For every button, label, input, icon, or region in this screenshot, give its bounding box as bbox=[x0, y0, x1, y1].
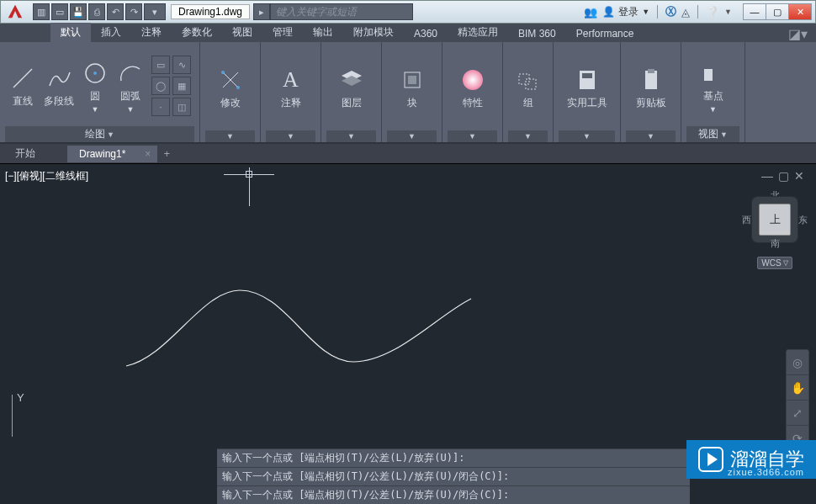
draw-small-tools: ▭ ∿ ◯ ▦ · ◫ bbox=[151, 56, 191, 116]
wcs-button[interactable]: WCS▽ bbox=[757, 257, 792, 269]
tool-text[interactable]: A注释 bbox=[277, 66, 305, 110]
panel-block: 块 ▼ bbox=[382, 42, 442, 142]
tool-rect-icon[interactable]: ▭ bbox=[151, 56, 170, 74]
tool-layers[interactable]: 图层 bbox=[337, 66, 366, 110]
qat-saveas-icon[interactable]: ⎙ bbox=[88, 3, 105, 20]
nav-pan-icon[interactable]: ✋ bbox=[787, 375, 808, 401]
tab-insert[interactable]: 插入 bbox=[91, 23, 131, 42]
file-tab-start[interactable]: 开始 bbox=[3, 144, 67, 163]
tool-hatch-icon[interactable]: ▦ bbox=[172, 77, 191, 95]
tab-a360[interactable]: A360 bbox=[404, 25, 448, 42]
tool-group[interactable]: 组 bbox=[514, 66, 543, 110]
a360-icon[interactable]: ◬ bbox=[681, 6, 690, 19]
nav-wheel-icon[interactable]: ◎ bbox=[787, 350, 808, 375]
tab-view[interactable]: 视图 bbox=[222, 23, 262, 42]
tool-ellipse-icon[interactable]: ◯ bbox=[151, 77, 170, 95]
panel-properties-dd[interactable]: ▼ bbox=[448, 130, 497, 142]
tab-bim360[interactable]: BIM 360 bbox=[508, 25, 566, 42]
svg-line-0 bbox=[13, 69, 32, 88]
tool-block[interactable]: 块 bbox=[398, 66, 427, 110]
tool-base[interactable]: 基点▼ bbox=[699, 59, 728, 114]
panel-modify-dd[interactable]: ▼ bbox=[205, 130, 255, 142]
tool-line[interactable]: 直线 bbox=[8, 64, 37, 109]
qat-undo-icon[interactable]: ↶ bbox=[107, 3, 124, 20]
qat-open-icon[interactable]: ▭ bbox=[51, 3, 68, 20]
close-button[interactable]: ✕ bbox=[788, 3, 812, 20]
svg-rect-8 bbox=[519, 74, 529, 84]
ribbon-collapse-icon[interactable]: ◪▾ bbox=[780, 26, 816, 42]
tab-parametric[interactable]: 参数化 bbox=[172, 23, 222, 42]
document-title: Drawing1.dwg bbox=[171, 4, 250, 19]
viewport-controls: — ▢ ✕ bbox=[761, 169, 804, 183]
svg-point-2 bbox=[93, 72, 97, 75]
minimize-button[interactable]: — bbox=[743, 3, 766, 20]
viewport-close-icon[interactable]: ✕ bbox=[794, 169, 804, 183]
tab-annotate[interactable]: 注释 bbox=[131, 23, 172, 42]
qat-redo-icon[interactable]: ↷ bbox=[125, 3, 142, 20]
panel-group: 组 ▼ bbox=[503, 42, 554, 142]
infocenter-icon[interactable]: 👥 bbox=[584, 6, 597, 19]
app-icon[interactable] bbox=[1, 0, 29, 24]
tab-addins[interactable]: 附加模块 bbox=[343, 23, 404, 42]
panel-properties: 特性 ▼ bbox=[442, 42, 503, 142]
tool-properties[interactable]: 特性 bbox=[458, 66, 487, 110]
tool-spline-icon[interactable]: ∿ bbox=[172, 56, 191, 74]
tool-point-icon[interactable]: · bbox=[151, 98, 170, 116]
svg-rect-9 bbox=[526, 79, 536, 89]
panel-annotate-dd[interactable]: ▼ bbox=[266, 130, 315, 142]
panel-draw: 直线 多段线 圆▼ 圆弧▼ ▭ ∿ ◯ ▦ · ◫ 绘图▼ bbox=[0, 42, 200, 142]
tool-modify[interactable]: 修改 bbox=[216, 66, 245, 110]
viewcube-top[interactable]: 上 bbox=[759, 204, 791, 236]
cmd-line: 输入下一个点或 [端点相切(T)/公差(L)/放弃(U)/闭合(C)]: bbox=[217, 467, 690, 485]
tool-arc[interactable]: 圆弧▼ bbox=[116, 59, 145, 114]
file-tabs: 开始 Drawing1*× + bbox=[0, 143, 816, 163]
svg-rect-12 bbox=[645, 71, 657, 89]
svg-point-7 bbox=[463, 70, 483, 90]
tool-polyline[interactable]: 多段线 bbox=[44, 64, 74, 109]
panel-annotate: A注释 ▼ bbox=[261, 42, 321, 142]
viewport-label[interactable]: [−][俯视][二维线框] bbox=[5, 169, 88, 183]
spline-curve bbox=[118, 282, 488, 383]
search-toggle-icon[interactable]: ▸ bbox=[253, 3, 270, 20]
tool-circle[interactable]: 圆▼ bbox=[81, 59, 109, 114]
panel-layers-dd[interactable]: ▼ bbox=[326, 130, 376, 142]
tab-manage[interactable]: 管理 bbox=[262, 23, 303, 42]
panel-block-dd[interactable]: ▼ bbox=[387, 130, 437, 142]
qat-new-icon[interactable]: ▥ bbox=[33, 3, 50, 20]
exchange-icon[interactable]: Ⓧ bbox=[665, 4, 676, 19]
panel-utilities: 实用工具 ▼ bbox=[554, 42, 621, 142]
nav-zoom-icon[interactable]: ⤢ bbox=[787, 401, 808, 426]
qat-save-icon[interactable]: 💾 bbox=[70, 3, 87, 20]
panel-draw-label[interactable]: 绘图▼ bbox=[5, 126, 194, 142]
help-icon[interactable]: ❔ bbox=[706, 6, 719, 19]
panel-utilities-dd[interactable]: ▼ bbox=[559, 130, 615, 142]
svg-rect-11 bbox=[582, 73, 592, 78]
user-icon: 👤 bbox=[602, 6, 615, 18]
panel-group-dd[interactable]: ▼ bbox=[508, 130, 548, 142]
ribbon-tabs: 默认 插入 注释 参数化 视图 管理 输出 附加模块 A360 精选应用 BIM… bbox=[0, 24, 816, 42]
viewport-minimize-icon[interactable]: — bbox=[761, 169, 773, 183]
tab-featured[interactable]: 精选应用 bbox=[448, 23, 508, 42]
new-tab-button[interactable]: + bbox=[157, 147, 176, 160]
login-button[interactable]: 👤 登录 ▼ bbox=[602, 5, 649, 19]
file-tab-current[interactable]: Drawing1*× bbox=[67, 146, 157, 162]
panel-view-label[interactable]: 视图▼ bbox=[686, 126, 739, 142]
tool-utilities[interactable]: 实用工具 bbox=[567, 66, 607, 110]
tool-clipboard[interactable]: 剪贴板 bbox=[636, 66, 666, 110]
tab-performance[interactable]: Performance bbox=[566, 25, 644, 42]
viewport-maximize-icon[interactable]: ▢ bbox=[778, 169, 789, 183]
svg-point-4 bbox=[236, 86, 240, 89]
panel-view: 基点▼ 视图▼ bbox=[681, 42, 745, 142]
view-cube[interactable]: 北 西上东 南 WCS▽ bbox=[742, 189, 808, 269]
cmd-line: 输入下一个点或 [端点相切(T)/公差(L)/放弃(U)/闭合(C)]: bbox=[217, 485, 690, 504]
qat-dropdown[interactable]: ▾ bbox=[144, 3, 166, 20]
tab-default[interactable]: 默认 bbox=[50, 23, 91, 42]
panel-clipboard-dd[interactable]: ▼ bbox=[626, 130, 676, 142]
quick-access-toolbar: ▥ ▭ 💾 ⎙ ↶ ↷ ▾ bbox=[29, 3, 169, 20]
tab-output[interactable]: 输出 bbox=[303, 23, 343, 42]
close-tab-icon[interactable]: × bbox=[145, 148, 151, 160]
command-history: 输入下一个点或 [端点相切(T)/公差(L)/放弃(U)]: 输入下一个点或 [… bbox=[217, 448, 690, 504]
tool-region-icon[interactable]: ◫ bbox=[172, 98, 191, 116]
search-input[interactable]: 键入关键字或短语 bbox=[270, 3, 413, 20]
maximize-button[interactable]: ▢ bbox=[766, 3, 789, 20]
